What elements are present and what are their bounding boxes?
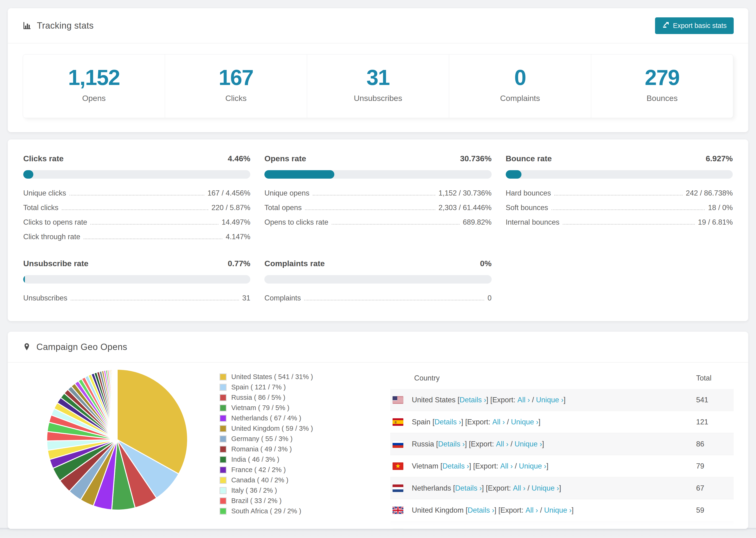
legend-label: United States ( 541 / 31% ) [231, 373, 313, 381]
stat-opens-label: Opens [23, 94, 165, 103]
opens-rate-progress-bar [264, 170, 491, 179]
total-value: 67 [677, 484, 734, 493]
stat-complaints-label: Complaints [449, 94, 591, 103]
stat-clicks-label: Clicks [165, 94, 307, 103]
geo-pie-chart[interactable] [45, 367, 189, 513]
total-column-header: Total [677, 374, 734, 382]
export-all-link[interactable]: All › [504, 528, 516, 529]
legend-swatch [220, 487, 227, 494]
legend-item[interactable]: United States ( 541 / 31% ) [220, 373, 357, 381]
complaints-rate-progress-bar [264, 275, 491, 284]
page-title: Tracking stats [37, 21, 94, 31]
legend-label: South Africa ( 29 / 2% ) [231, 507, 301, 515]
legend-item[interactable]: Vietnam ( 79 / 5% ) [220, 404, 357, 412]
table-row-netherlands: Netherlands [Details ›] [Export: All › /… [390, 477, 734, 499]
details-link[interactable]: Details › [435, 418, 461, 426]
rate-row: Unique clicks167 / 4.456% [23, 189, 250, 197]
export-unique-link[interactable]: Unique › [519, 462, 546, 470]
total-value: 55 [677, 528, 734, 529]
details-link[interactable]: Details › [442, 462, 469, 470]
legend-item[interactable]: United Kingdom ( 59 / 3% ) [220, 425, 357, 432]
export-all-link[interactable]: All › [496, 440, 508, 448]
export-unique-link[interactable]: Unique › [531, 484, 559, 493]
rate-row: Unique opens1,152 / 30.736% [264, 189, 491, 197]
clicks-rate-title: Clicks rate [23, 154, 64, 163]
details-link[interactable]: Details › [459, 396, 486, 404]
legend-item[interactable]: Italy ( 36 / 2% ) [220, 487, 357, 494]
uk-flag-icon [393, 507, 404, 514]
legend-item[interactable]: Romania ( 49 / 3% ) [220, 445, 357, 453]
legend-swatch [220, 446, 227, 453]
legend-item[interactable]: South Africa ( 29 / 2% ) [220, 507, 357, 515]
legend-item[interactable]: India ( 46 / 3% ) [220, 456, 357, 463]
legend-label: France ( 42 / 2% ) [231, 466, 286, 474]
geo-opens-card: Campaign Geo Opens United States ( 541 /… [8, 332, 748, 529]
legend-item[interactable]: Russia ( 86 / 5% ) [220, 394, 357, 402]
stat-unsubscribes-value: 31 [307, 65, 449, 90]
legend-item[interactable]: Brazil ( 33 / 2% ) [220, 497, 357, 505]
legend-label: Spain ( 121 / 7% ) [231, 383, 286, 391]
legend-swatch [220, 384, 227, 391]
legend-swatch [220, 508, 227, 515]
rate-panel-complaints: Complaints rate 0% Complaints0 [264, 259, 491, 302]
export-all-link[interactable]: All › [525, 506, 538, 514]
rate-row: Opens to clicks rate689.82% [264, 218, 491, 227]
export-unique-link[interactable]: Unique › [511, 418, 538, 426]
legend-swatch [220, 466, 227, 473]
map-pin-icon [22, 343, 31, 351]
bounce-rate-value: 6.927% [706, 154, 733, 163]
rate-row: Click through rate4.147% [23, 233, 250, 241]
details-link[interactable]: Details › [468, 506, 495, 514]
table-row-germany: Germany [Details ›] [Export: All › / Uni… [390, 521, 734, 529]
legend-swatch [220, 456, 227, 463]
legend-item[interactable]: Netherlands ( 67 / 4% ) [220, 414, 357, 422]
geo-opens-title: Campaign Geo Opens [36, 342, 127, 352]
export-icon [662, 21, 670, 30]
legend-item[interactable]: Germany ( 55 / 3% ) [220, 435, 357, 443]
page-bottom-strip [0, 528, 756, 537]
rate-panel-clicks: Clicks rate 4.46% Unique clicks167 / 4.4… [23, 154, 250, 241]
export-all-link[interactable]: All › [517, 396, 530, 404]
stat-bounces-label: Bounces [591, 94, 733, 103]
complaints-rate-value: 0% [480, 259, 492, 268]
tracking-stats-header: Tracking stats Export basic stats [8, 8, 748, 43]
legend-label: Romania ( 49 / 3% ) [231, 445, 292, 453]
legend-item[interactable]: Canada ( 40 / 2% ) [220, 476, 357, 484]
table-row-united-kingdom: United Kingdom [Details ›] [Export: All … [390, 499, 734, 521]
stats-summary-box: 1,152 Opens 167 Clicks 31 Unsubscribes 0… [23, 54, 733, 118]
rate-panel-bounce: Bounce rate 6.927% Hard bounces242 / 86.… [506, 154, 733, 241]
legend-label: Netherlands ( 67 / 4% ) [231, 414, 301, 422]
rate-row: Unsubscribes31 [23, 294, 250, 302]
details-link[interactable]: Details › [446, 528, 473, 529]
legend-item[interactable]: Spain ( 121 / 7% ) [220, 383, 357, 391]
export-button-label: Export basic stats [673, 22, 727, 29]
legend-swatch [220, 404, 227, 411]
export-all-link[interactable]: All › [500, 462, 513, 470]
export-unique-link[interactable]: Unique › [514, 440, 542, 448]
export-all-link[interactable]: All › [513, 484, 525, 493]
details-link[interactable]: Details › [455, 484, 482, 493]
export-all-link[interactable]: All › [492, 418, 505, 426]
export-unique-link[interactable]: Unique › [536, 396, 564, 404]
stat-clicks-value: 167 [165, 65, 307, 90]
legend-label: Vietnam ( 79 / 5% ) [231, 404, 290, 412]
netherlands-flag-icon [393, 484, 404, 492]
legend-item[interactable]: France ( 42 / 2% ) [220, 466, 357, 474]
rate-panel-opens: Opens rate 30.736% Unique opens1,152 / 3… [264, 154, 491, 241]
bounce-rate-title: Bounce rate [506, 154, 552, 163]
export-unique-link[interactable]: Unique › [522, 528, 550, 529]
rate-row: Total clicks220 / 5.87% [23, 203, 250, 212]
legend-swatch [220, 415, 227, 422]
geo-table-header: Country Total [390, 370, 734, 389]
stat-opens: 1,152 Opens [23, 54, 165, 118]
stat-complaints: 0 Complaints [449, 54, 591, 118]
export-basic-stats-button[interactable]: Export basic stats [655, 17, 734, 34]
legend-label: Italy ( 36 / 2% ) [231, 487, 277, 494]
legend-swatch [220, 497, 227, 505]
details-link[interactable]: Details › [438, 440, 465, 448]
geo-pie-legend: United States ( 541 / 31% ) Spain ( 121 … [220, 373, 357, 517]
export-unique-link[interactable]: Unique › [544, 506, 571, 514]
stat-clicks: 167 Clicks [165, 54, 307, 118]
bounce-rate-progress-bar [506, 170, 733, 179]
geo-opens-header: Campaign Geo Opens [8, 332, 748, 363]
